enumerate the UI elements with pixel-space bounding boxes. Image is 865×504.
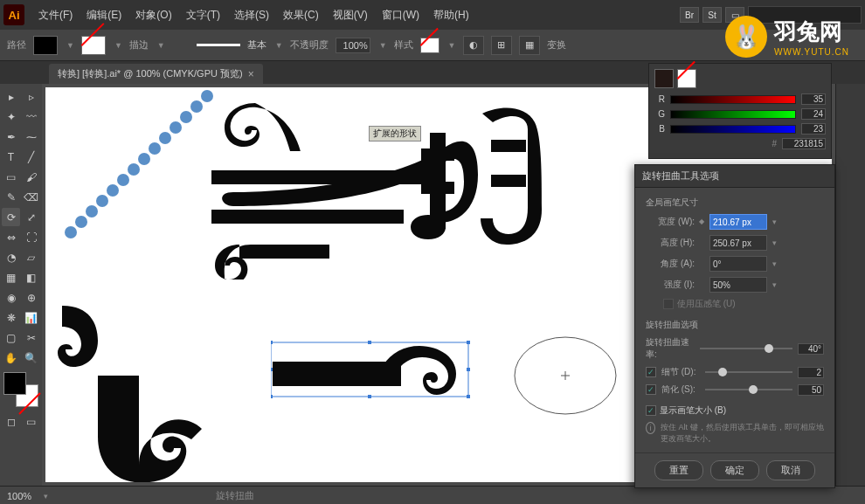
chevron-down-icon[interactable]: ▾ [772,259,777,268]
svg-rect-21 [271,395,273,398]
twirl-rate-label: 旋转扭曲速率: [646,336,695,361]
chevron-down-icon[interactable]: ▾ [44,492,48,501]
simplify-slider[interactable] [705,389,792,390]
document-tab[interactable]: 转换] [转换].ai* @ 100% (CMYK/GPU 预览) × [49,64,263,84]
lasso-tool[interactable]: 〰 [22,107,40,126]
gradient-tool[interactable]: ◧ [22,268,40,287]
stroke-color-swatch[interactable] [677,69,696,88]
show-brush-checkbox[interactable]: ✓ [646,405,656,416]
paintbrush-tool[interactable]: 🖌 [22,168,40,186]
svg-point-11 [86,205,98,217]
tool-hint: 旋转扭曲 [216,489,254,502]
ok-button[interactable]: 确定 [710,460,759,480]
hex-value[interactable]: 231815 [782,138,826,149]
menu-view[interactable]: 视图(V) [326,8,375,23]
menu-effect[interactable]: 效果(C) [276,8,326,23]
curvature-tool[interactable]: ⁓ [22,128,40,146]
chevron-down-icon[interactable]: ▾ [772,280,777,289]
mesh-tool[interactable]: ▦ [2,268,20,287]
type-tool[interactable]: T [2,148,20,166]
twirl-rate-value[interactable]: 40° [798,343,824,355]
color-panel: R 35 G 24 B 23 # 231815 [648,63,832,159]
selection-tool[interactable]: ▸ [2,87,20,106]
zoom-level[interactable]: 100% [7,491,31,501]
color-picker[interactable] [3,372,38,407]
rectangle-tool[interactable]: ▭ [2,168,20,186]
artboard-tool[interactable]: ▢ [2,328,20,347]
simplify-checkbox[interactable]: ✓ [646,384,656,395]
chevron-down-icon[interactable]: ▼ [275,41,283,50]
menu-window[interactable]: 窗口(W) [375,8,426,23]
menu-help[interactable]: 帮助(H) [426,8,476,23]
detail-slider[interactable] [705,371,792,373]
bridge-icon[interactable]: Br [680,7,699,23]
intensity-input[interactable] [709,277,767,293]
draw-mode-icon[interactable]: ◻ [2,412,20,431]
magic-wand-tool[interactable]: ✦ [2,107,20,126]
slice-tool[interactable]: ✂ [22,328,40,347]
g-value[interactable]: 24 [801,108,826,120]
svg-point-10 [96,195,108,207]
graphic-style-swatch[interactable] [420,38,439,53]
menu-file[interactable]: 文件(F) [31,8,80,23]
eraser-tool[interactable]: ⌫ [22,188,40,206]
free-transform-tool[interactable]: ⛶ [22,228,40,246]
shape-builder-tool[interactable]: ◔ [2,248,20,266]
pen-tool[interactable]: ✒ [2,128,20,146]
chevron-down-icon[interactable]: ▼ [448,41,456,50]
width-tool[interactable]: ⇔ [2,228,20,246]
symbol-sprayer-tool[interactable]: ❋ [2,308,20,327]
simplify-value[interactable]: 50 [798,384,824,396]
align-icon[interactable]: ⊞ [491,36,512,55]
b-slider[interactable] [670,125,796,134]
direct-selection-tool[interactable]: ▹ [22,87,40,106]
perspective-tool[interactable]: ▱ [22,248,40,266]
fill-swatch[interactable] [33,36,58,55]
chevron-down-icon[interactable]: ▼ [114,41,122,50]
r-slider[interactable] [670,95,796,104]
panel-dock[interactable] [835,84,865,486]
chevron-down-icon[interactable]: ▼ [157,41,165,50]
chevron-down-icon[interactable]: ▾ [772,238,777,247]
chevron-down-icon[interactable]: ▾ [772,217,777,226]
screen-mode-icon[interactable]: ▭ [22,412,40,431]
chevron-down-icon[interactable]: ▼ [379,41,387,50]
hand-tool[interactable]: ✋ [2,349,20,367]
rotate-tool[interactable]: ⟳ [2,208,20,226]
angle-input[interactable] [709,256,767,272]
eyedropper-tool[interactable]: ◉ [2,288,20,307]
close-icon[interactable]: × [248,68,254,80]
shape-icon[interactable]: ▦ [519,36,540,55]
stock-icon[interactable]: St [702,7,722,23]
zoom-tool[interactable]: 🔍 [22,349,40,367]
reset-button[interactable]: 重置 [654,460,703,480]
fill-color[interactable] [3,372,26,395]
width-input[interactable] [709,214,767,230]
graph-tool[interactable]: 📊 [22,308,40,327]
scale-tool[interactable]: ⤢ [22,208,40,226]
menu-object[interactable]: 对象(O) [128,8,178,23]
height-input[interactable] [709,235,767,251]
stroke-style-preview[interactable] [197,44,240,46]
fill-color-swatch[interactable] [654,69,674,88]
cancel-button[interactable]: 取消 [766,460,815,480]
blend-tool[interactable]: ⊕ [22,288,40,307]
recolor-icon[interactable]: ◐ [463,36,484,55]
opacity-input[interactable] [336,38,370,53]
line-tool[interactable]: ╱ [22,148,40,166]
b-value[interactable]: 23 [801,123,826,135]
g-slider[interactable] [670,110,796,119]
r-value[interactable]: 35 [801,93,826,105]
twirl-rate-slider[interactable] [700,348,792,349]
chevron-down-icon[interactable]: ▼ [66,41,74,50]
menu-type[interactable]: 文字(T) [179,8,227,23]
stroke-swatch[interactable] [81,36,106,55]
detail-checkbox[interactable]: ✓ [646,367,656,377]
transform-label[interactable]: 变换 [547,38,566,52]
info-icon: i [646,422,655,434]
shaper-tool[interactable]: ✎ [2,188,20,206]
svg-rect-14 [273,362,400,386]
menu-select[interactable]: 选择(S) [227,8,276,23]
detail-value[interactable]: 2 [798,367,824,378]
menu-edit[interactable]: 编辑(E) [80,8,128,23]
